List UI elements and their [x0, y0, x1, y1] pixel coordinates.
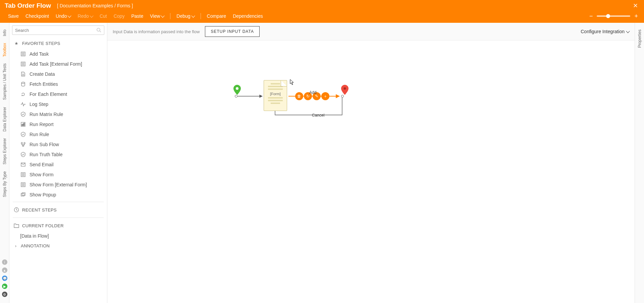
favorite-step-label: Run Rule — [30, 132, 49, 137]
rail-tab-toolbox[interactable]: Toolbox — [2, 40, 7, 60]
favorite-step-item[interactable]: Run Sub Flow — [11, 139, 105, 149]
rail-tab-steps-explorer[interactable]: Steps Explorer — [2, 135, 7, 168]
favorite-step-item[interactable]: Create Data — [11, 69, 105, 79]
menu-cut: Cut — [96, 12, 110, 20]
star-icon: ★ — [13, 40, 19, 46]
menu-view[interactable]: View — [147, 12, 167, 20]
menu-debug[interactable]: Debug — [173, 12, 198, 20]
status-warning-icon[interactable]: ▲ — [2, 267, 7, 273]
chevron-down-icon — [90, 14, 93, 17]
pulse-icon — [20, 101, 26, 107]
zoom-in-button[interactable]: + — [633, 13, 639, 20]
menu-save[interactable]: Save — [5, 12, 22, 20]
favorite-step-item[interactable]: Send Email — [11, 160, 105, 170]
search-input[interactable] — [12, 25, 104, 35]
favorite-step-item[interactable]: Run Matrix Rule — [11, 109, 105, 119]
zoom-out-button[interactable]: − — [588, 13, 594, 20]
status-chat-icon[interactable]: 💬 — [2, 276, 7, 281]
favorite-step-item[interactable]: Run Report — [11, 119, 105, 129]
rail-tab-info[interactable]: Info — [2, 26, 7, 40]
favorite-step-label: Log Step — [30, 102, 48, 107]
folder-icon — [13, 223, 19, 229]
form-node[interactable]: [Form] — [264, 80, 287, 111]
svg-point-0 — [97, 28, 100, 31]
section-annotation[interactable]: › ANNOTATION — [11, 241, 105, 251]
favorite-step-label: Fetch Entities — [30, 81, 58, 87]
setup-input-data-button[interactable]: SETUP INPUT DATA — [205, 26, 259, 37]
svg-line-1 — [100, 31, 101, 32]
current-folder-item[interactable]: [Data in Flow] — [11, 231, 105, 241]
status-info-icon[interactable]: i — [2, 259, 7, 265]
favorite-step-item[interactable]: Fetch Entities — [11, 79, 105, 89]
favorite-step-item[interactable]: Add Task [External Form] — [11, 59, 105, 69]
list-icon — [20, 182, 26, 188]
status-run-icon[interactable]: ▶ — [2, 284, 7, 289]
favorite-step-label: Run Matrix Rule — [30, 112, 63, 117]
node-delete-button[interactable]: 🗑 — [295, 92, 303, 100]
rail-tab-steps-by-type[interactable]: Steps By Type — [2, 168, 7, 200]
favorite-step-label: Show Popup — [30, 192, 56, 197]
favorite-step-item[interactable]: Add Task — [11, 49, 105, 59]
favorite-step-item[interactable]: Show Popup — [11, 190, 105, 200]
menu-separator — [201, 13, 201, 19]
popup-icon — [20, 192, 26, 198]
menu-checkpoint[interactable]: Checkpoint — [22, 12, 52, 20]
right-rail: Properties — [635, 23, 644, 303]
svg-point-34 — [236, 87, 238, 90]
flow-canvas[interactable]: [Form] 🗑 ↻ ✎ ＋ Add Cancel — [107, 41, 635, 303]
menu-separator — [170, 13, 170, 19]
favorite-step-label: Run Sub Flow — [30, 142, 59, 147]
close-button[interactable]: ✕ — [632, 1, 639, 10]
rail-tab-samples[interactable]: Samples / Unit Tests — [2, 60, 7, 103]
svg-point-18 — [24, 142, 25, 144]
flow-icon — [20, 141, 26, 147]
favorite-step-item[interactable]: Run Truth Table — [11, 149, 105, 160]
node-add-button[interactable]: ＋ — [321, 92, 329, 100]
info-bar: Input Data is information passed into th… — [107, 23, 635, 41]
favorite-step-label: Show Form — [30, 172, 54, 177]
menu-undo[interactable]: Undo — [52, 12, 74, 20]
favorite-step-item[interactable]: Log Step — [11, 99, 105, 109]
menu-copy: Copy — [110, 12, 128, 20]
rail-tab-properties[interactable]: Properties — [637, 26, 642, 51]
breadcrumb: [ Documentation Examples / Forms ] — [57, 3, 133, 8]
list-icon — [20, 61, 26, 67]
zoom-slider[interactable] — [597, 15, 630, 17]
chevron-down-icon — [191, 14, 195, 17]
status-settings-icon[interactable]: ⚙ — [2, 292, 7, 297]
flow-connectors — [107, 41, 409, 141]
doc-icon — [20, 71, 26, 77]
configure-integration-link[interactable]: Configure Integration — [581, 29, 629, 34]
rail-tab-data-explorer[interactable]: Data Explorer — [2, 104, 7, 135]
svg-rect-15 — [23, 124, 23, 126]
favorite-step-item[interactable]: Show Form [External Form] — [11, 180, 105, 190]
end-in-port[interactable] — [341, 95, 344, 98]
favorite-step-label: Run Truth Table — [30, 152, 63, 157]
svg-point-19 — [22, 145, 24, 146]
favorite-step-item[interactable]: Show Form — [11, 170, 105, 180]
section-favorite-steps[interactable]: ★ FAVORITE STEPS — [11, 38, 105, 49]
svg-rect-30 — [22, 193, 25, 195]
zoom-thumb[interactable] — [606, 14, 610, 18]
chevron-right-icon: › — [13, 243, 18, 248]
menu-paste[interactable]: Paste — [128, 12, 147, 20]
header: Tab Order Flow [ Documentation Examples … — [0, 0, 644, 23]
menu-redo: Redo — [74, 12, 96, 20]
main-menu: Save Checkpoint Undo Redo Cut Copy Paste… — [0, 11, 644, 23]
menu-compare[interactable]: Compare — [204, 12, 230, 20]
check-icon — [20, 152, 26, 158]
list-icon — [20, 51, 26, 57]
loop-icon — [20, 91, 26, 97]
favorite-step-label: For Each Element — [30, 92, 67, 97]
chevron-down-icon — [161, 14, 165, 17]
section-recent-steps[interactable]: RECENT STEPS — [11, 204, 105, 216]
svg-rect-16 — [24, 123, 24, 126]
page-title: Tab Order Flow — [5, 2, 51, 9]
main-area: Input Data is information passed into th… — [107, 23, 635, 303]
favorite-step-item[interactable]: Run Rule — [11, 129, 105, 139]
start-out-port[interactable] — [235, 95, 237, 98]
favorite-step-item[interactable]: For Each Element — [11, 89, 105, 99]
section-current-folder[interactable]: CURRENT FOLDER — [11, 220, 105, 231]
svg-point-12 — [21, 82, 25, 83]
menu-dependencies[interactable]: Dependencies — [229, 12, 266, 20]
